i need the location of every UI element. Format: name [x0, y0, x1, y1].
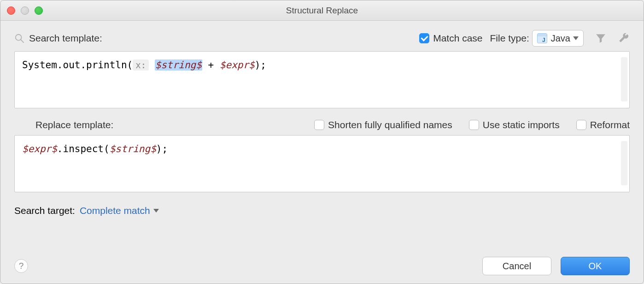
dialog-window: Structural Replace Search template: Matc…: [0, 0, 644, 284]
wrench-icon[interactable]: [618, 32, 630, 44]
help-button[interactable]: ?: [14, 259, 28, 273]
traffic-lights: [7, 6, 43, 15]
dialog-footer: ? Cancel OK: [14, 257, 630, 275]
search-template-label: Search template:: [29, 33, 102, 44]
static-imports-checkbox[interactable]: Use static imports: [469, 119, 560, 130]
checkbox-icon: [419, 33, 429, 43]
replace-template-editor[interactable]: $expr$.inspect($string$);: [14, 135, 630, 192]
reformat-checkbox[interactable]: Reformat: [576, 119, 630, 130]
dialog-body: Search template: Match case File type: J…: [0, 21, 644, 284]
code-text: );: [156, 143, 168, 154]
match-case-label: Match case: [433, 33, 482, 44]
template-variable: $string$: [155, 59, 202, 71]
search-icon: [14, 33, 24, 43]
chevron-down-icon: [573, 36, 579, 40]
template-variable: $string$: [110, 143, 156, 154]
shorten-names-label: Shorten fully qualified names: [328, 119, 452, 130]
file-type-combo[interactable]: Java: [532, 30, 584, 47]
cancel-button[interactable]: Cancel: [482, 257, 551, 275]
file-type-label: File type:: [490, 33, 529, 44]
replace-toolbar: Replace template: Shorten fully qualifie…: [35, 119, 630, 130]
match-case-checkbox[interactable]: Match case: [419, 33, 482, 44]
search-target-value: Complete match: [80, 205, 150, 216]
code-text: );: [255, 59, 266, 71]
chevron-down-icon: [153, 209, 159, 213]
param-hint: x:: [133, 59, 149, 71]
search-target-dropdown[interactable]: Complete match: [80, 205, 159, 216]
static-imports-label: Use static imports: [483, 119, 560, 130]
checkbox-icon: [469, 120, 479, 130]
template-variable: $expr$: [22, 143, 57, 154]
code-text: System.out.println(: [22, 59, 133, 71]
scrollbar-thumb[interactable]: [621, 141, 627, 185]
filter-icon[interactable]: [595, 32, 607, 44]
file-type-value: Java: [551, 33, 570, 44]
ok-button[interactable]: OK: [561, 257, 630, 275]
close-icon[interactable]: [7, 6, 15, 15]
replace-template-label: Replace template:: [35, 119, 113, 130]
search-target-label: Search target:: [14, 205, 75, 216]
code-text: .inspect(: [57, 143, 110, 154]
svg-line-1: [21, 40, 23, 42]
search-template-editor[interactable]: System.out.println(x: $string$ + $expr$)…: [14, 51, 630, 108]
scrollbar-thumb[interactable]: [621, 57, 627, 101]
checkbox-icon: [314, 120, 324, 130]
window-title: Structural Replace: [286, 6, 358, 16]
template-variable: $expr$: [220, 59, 255, 71]
code-text: +: [202, 59, 220, 71]
maximize-icon[interactable]: [35, 6, 43, 15]
checkbox-icon: [576, 120, 586, 130]
minimize-icon[interactable]: [21, 6, 29, 15]
titlebar: Structural Replace: [0, 0, 644, 21]
search-toolbar: Search template: Match case File type: J…: [14, 30, 630, 47]
search-target-row: Search target: Complete match: [14, 205, 630, 216]
reformat-label: Reformat: [590, 119, 630, 130]
java-file-icon: [537, 33, 547, 43]
shorten-names-checkbox[interactable]: Shorten fully qualified names: [314, 119, 452, 130]
